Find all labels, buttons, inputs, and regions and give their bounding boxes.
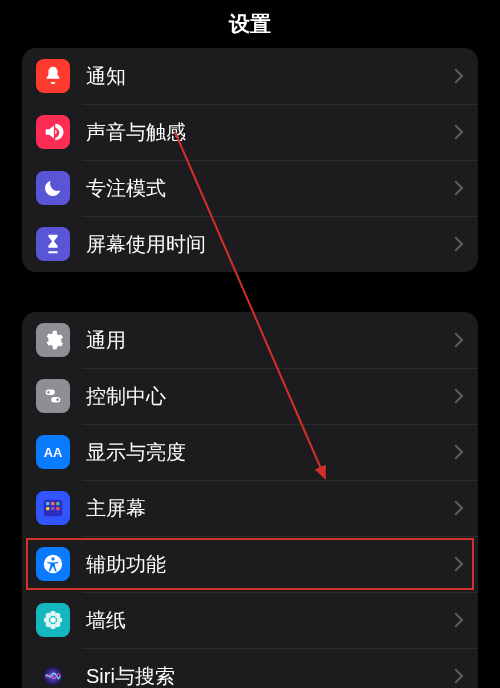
settings-row-focus[interactable]: 专注模式 [22, 160, 478, 216]
settings-row-label: 屏幕使用时间 [86, 231, 454, 258]
settings-row-label: 辅助功能 [86, 551, 454, 578]
speaker-icon [36, 115, 70, 149]
gear-icon [36, 323, 70, 357]
chevron-right-icon [454, 444, 464, 460]
chevron-right-icon [454, 180, 464, 196]
settings-row-label: 主屏幕 [86, 495, 454, 522]
settings-scroll: 通知声音与触感专注模式屏幕使用时间通用控制中心AA显示与亮度主屏幕辅助功能墙纸S… [0, 48, 500, 688]
settings-row-general[interactable]: 通用 [22, 312, 478, 368]
settings-row-label: 显示与亮度 [86, 439, 454, 466]
siri-icon [36, 659, 70, 688]
chevron-right-icon [454, 612, 464, 628]
chevron-right-icon [454, 68, 464, 84]
svg-rect-5 [46, 507, 49, 510]
settings-row-homescreen[interactable]: 主屏幕 [22, 480, 478, 536]
settings-row-screentime[interactable]: 屏幕使用时间 [22, 216, 478, 272]
chevron-right-icon [454, 332, 464, 348]
hourglass-icon [36, 227, 70, 261]
svg-text:AA: AA [44, 445, 63, 460]
aa-icon: AA [36, 435, 70, 469]
settings-row-label: 声音与触感 [86, 119, 454, 146]
chevron-right-icon [454, 124, 464, 140]
settings-row-label: 通用 [86, 327, 454, 354]
svg-rect-6 [51, 507, 54, 510]
svg-point-17 [46, 622, 52, 628]
settings-row-label: 控制中心 [86, 383, 454, 410]
settings-row-siri[interactable]: Siri与搜索 [22, 648, 478, 688]
svg-rect-3 [51, 502, 54, 505]
chevron-right-icon [454, 556, 464, 572]
settings-row-label: 墙纸 [86, 607, 454, 634]
switches-icon [36, 379, 70, 413]
settings-group: 通知声音与触感专注模式屏幕使用时间 [22, 48, 478, 272]
moon-icon [36, 171, 70, 205]
bell-icon [36, 59, 70, 93]
settings-row-sounds[interactable]: 声音与触感 [22, 104, 478, 160]
svg-point-16 [55, 613, 61, 619]
accessibility-icon [36, 547, 70, 581]
settings-row-accessibility[interactable]: 辅助功能 [22, 536, 478, 592]
settings-row-wallpaper[interactable]: 墙纸 [22, 592, 478, 648]
svg-rect-4 [56, 502, 59, 505]
grid-icon [36, 491, 70, 525]
settings-row-label: 专注模式 [86, 175, 454, 202]
settings-row-display[interactable]: AA显示与亮度 [22, 424, 478, 480]
chevron-right-icon [454, 500, 464, 516]
page-title-text: 设置 [229, 10, 271, 38]
svg-point-18 [55, 622, 61, 628]
flower-icon [36, 603, 70, 637]
settings-row-label: 通知 [86, 63, 454, 90]
svg-point-10 [50, 617, 56, 623]
chevron-right-icon [454, 388, 464, 404]
svg-rect-7 [56, 507, 59, 510]
settings-row-label: Siri与搜索 [86, 663, 454, 689]
settings-row-controlcenter[interactable]: 控制中心 [22, 368, 478, 424]
page-title: 设置 [0, 0, 500, 48]
settings-row-notifications[interactable]: 通知 [22, 48, 478, 104]
svg-rect-2 [46, 502, 49, 505]
svg-point-9 [51, 557, 54, 560]
chevron-right-icon [454, 668, 464, 684]
chevron-right-icon [454, 236, 464, 252]
settings-group: 通用控制中心AA显示与亮度主屏幕辅助功能墙纸Siri与搜索 [22, 312, 478, 688]
svg-point-15 [46, 613, 52, 619]
